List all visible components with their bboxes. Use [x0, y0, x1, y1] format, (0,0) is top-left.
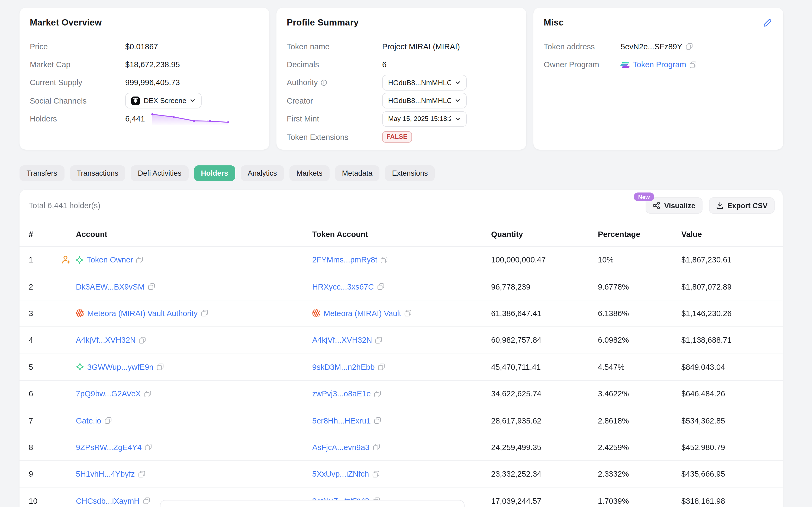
account-cell: 9ZPsRW...ZgE4Y4: [76, 443, 312, 452]
tab-transfers[interactable]: Transfers: [19, 165, 64, 181]
copy-icon[interactable]: [380, 256, 388, 263]
token-account-link[interactable]: 9skD3M...n2hEbb: [312, 363, 375, 372]
token-extensions-row: Token Extensions FALSE: [287, 128, 516, 146]
table-row: 8 9ZPsRW...ZgE4Y4 AsFjcA...evn9a3 24,259…: [19, 434, 783, 460]
price-value: $0.01867: [125, 42, 158, 51]
token-account-link[interactable]: HRXycc...3xs67C: [312, 282, 374, 291]
page: Market Overview Price $0.01867 Market Ca…: [0, 0, 812, 507]
account-link[interactable]: 9ZPsRW...ZgE4Y4: [76, 443, 142, 452]
token-account-link[interactable]: A4kjVf...XVH32N: [312, 336, 372, 345]
copy-icon[interactable]: [148, 283, 155, 290]
token-account-cell: HRXycc...3xs67C: [312, 282, 491, 291]
account-cell: 5H1vhH...4Ybyfz: [76, 470, 312, 478]
account-link[interactable]: 7pQ9bw...G2AVeX: [76, 389, 141, 398]
quantity-cell: 61,386,647.41: [491, 309, 598, 318]
token-name-value: Project MIRAI (MIRAI): [382, 42, 460, 51]
token-account-link[interactable]: AsFjcA...evn9a3: [312, 443, 369, 452]
quantity-cell: 24,259,499.35: [491, 443, 598, 452]
copy-icon[interactable]: [136, 256, 143, 263]
sparkle-icon: [75, 256, 83, 264]
account-link[interactable]: CHCsdb...iXaymH: [76, 496, 140, 505]
table-row: 6 7pQ9bw...G2AVeX zwPvj3...o8aE1e 34,622…: [19, 380, 783, 407]
copy-icon[interactable]: [201, 310, 208, 317]
copy-icon[interactable]: [139, 337, 146, 344]
summary-cards: Market Overview Price $0.01867 Market Ca…: [19, 8, 783, 150]
copy-icon[interactable]: [145, 444, 152, 451]
owner-program-link[interactable]: Token Program: [633, 60, 686, 69]
account-link[interactable]: Meteora (MIRAI) Vault Authority: [87, 309, 198, 318]
token-account-cell: A4kjVf...XVH32N: [312, 336, 491, 345]
copy-icon[interactable]: [157, 363, 164, 371]
percentage-cell: 2.3332%: [598, 470, 681, 478]
copy-icon[interactable]: [375, 337, 382, 344]
token-account-link[interactable]: zwPvj3...o8aE1e: [312, 389, 371, 398]
social-channels-label: Social Channels: [30, 97, 125, 105]
account-link[interactable]: 5H1vhH...4Ybyfz: [76, 470, 135, 478]
copy-icon[interactable]: [143, 497, 150, 504]
copy-icon[interactable]: [373, 444, 380, 451]
visualize-label: Visualize: [664, 202, 695, 210]
export-csv-button[interactable]: Export CSV: [709, 198, 774, 214]
info-icon[interactable]: [320, 79, 327, 86]
account-cell: Dk3AEW...BX9vSM: [76, 282, 312, 291]
holders-count: 6,441: [125, 115, 145, 123]
edit-icon[interactable]: [762, 17, 773, 31]
account-link[interactable]: Token Owner: [87, 256, 133, 264]
rank-cell: 6: [29, 389, 76, 398]
tab-metadata[interactable]: Metadata: [335, 165, 380, 181]
copy-icon[interactable]: [377, 283, 384, 290]
creator-select[interactable]: HGduB8...NmMHLC: [382, 93, 467, 109]
first-mint-value: May 15, 2025 15:18:25...: [388, 115, 451, 123]
account-link[interactable]: A4kjVf...XVH32N: [76, 336, 136, 345]
share-icon: [652, 202, 660, 209]
copy-icon[interactable]: [404, 310, 412, 317]
visualize-button[interactable]: Visualize: [645, 198, 702, 214]
percentage-cell: 10%: [598, 256, 681, 264]
copy-icon[interactable]: [685, 43, 692, 50]
holders-panel: Total 6,441 holder(s) New Visualize: [19, 190, 783, 507]
tab-defi-activities[interactable]: Defi Activities: [131, 165, 189, 181]
token-account-link[interactable]: 5XxUvp...iZNfch: [312, 470, 369, 478]
copy-icon[interactable]: [374, 390, 381, 397]
social-channels-row: Social Channels DEX Screener: [30, 92, 259, 110]
value-cell: $1,867,230.61: [681, 256, 783, 264]
copy-icon[interactable]: [374, 417, 381, 424]
account-link[interactable]: 3GWWup...ywfE9n: [87, 363, 153, 372]
copy-icon[interactable]: [138, 471, 145, 478]
copy-icon[interactable]: [144, 390, 151, 397]
copy-icon[interactable]: [689, 61, 696, 68]
authority-label: Authority: [287, 78, 382, 87]
first-mint-select[interactable]: May 15, 2025 15:18:25...: [382, 111, 467, 127]
percentage-cell: 4.547%: [598, 363, 681, 372]
user-plus-icon: [61, 255, 71, 265]
tab-holders[interactable]: Holders: [194, 165, 235, 181]
market-cap-label: Market Cap: [30, 60, 125, 69]
tab-bar: TransfersTransactionsDefi ActivitiesHold…: [19, 165, 435, 181]
token-account-link[interactable]: Meteora (MIRAI) Vault: [324, 309, 401, 318]
profile-summary-card: Profile Summary Token name Project MIRAI…: [276, 8, 526, 150]
copy-icon[interactable]: [378, 363, 385, 371]
holders-table-body: 1 Token Owner 2FYMms...pmRy8t 100,000,00…: [19, 246, 783, 507]
authority-select[interactable]: HGduB8...NmMHLC: [382, 75, 467, 91]
tab-markets[interactable]: Markets: [290, 165, 329, 181]
account-cell: Token Owner: [76, 255, 312, 265]
account-link[interactable]: Dk3AEW...BX9vSM: [76, 282, 144, 291]
new-badge: New: [634, 192, 654, 201]
creator-row: Creator HGduB8...NmMHLC: [287, 92, 516, 110]
percentage-cell: 2.8618%: [598, 416, 681, 425]
social-channels-select[interactable]: DEX Screener: [125, 93, 202, 109]
account-cell: 3GWWup...ywfE9n: [76, 363, 312, 372]
token-account-link[interactable]: 2FYMms...pmRy8t: [312, 256, 377, 264]
first-mint-label: First Mint: [287, 115, 382, 123]
quantity-cell: 100,000,000.47: [491, 256, 598, 264]
tab-extensions[interactable]: Extensions: [385, 165, 435, 181]
copy-icon[interactable]: [105, 417, 112, 424]
token-account-link[interactable]: 5er8Hh...HExru1: [312, 416, 371, 425]
token-account-cell: AsFjcA...evn9a3: [312, 443, 491, 452]
rank-cell: 5: [29, 363, 76, 372]
account-link[interactable]: Gate.io: [76, 416, 101, 425]
authority-row: Authority HGduB8...NmMHLC: [287, 74, 516, 92]
tab-transactions[interactable]: Transactions: [70, 165, 125, 181]
copy-icon[interactable]: [372, 471, 379, 478]
tab-analytics[interactable]: Analytics: [241, 165, 284, 181]
